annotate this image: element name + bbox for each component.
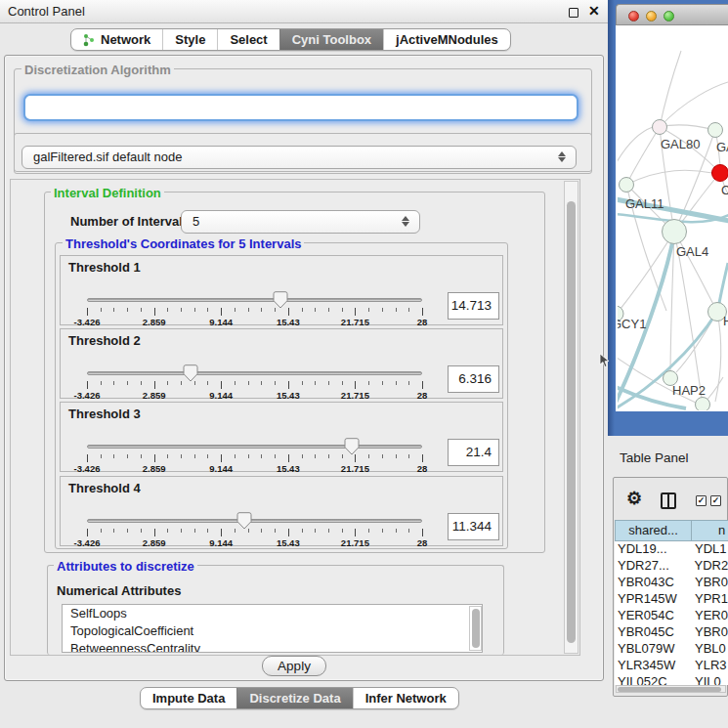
slider-thumb[interactable] (273, 291, 288, 309)
tab-select[interactable]: Select (217, 29, 278, 50)
gear-icon[interactable]: ⚙ (626, 488, 642, 509)
tick-mark (101, 308, 102, 312)
tick-labels: -3.4262.8599.14415.4321.71528 (87, 317, 422, 328)
tick-mark (207, 381, 208, 385)
tab-style[interactable]: Style (162, 29, 217, 50)
table-row[interactable]: YLR345WYLR3 (615, 658, 728, 674)
tick-mark (141, 308, 142, 312)
tick-mark (408, 529, 409, 533)
tick-mark (261, 308, 262, 312)
network-node[interactable] (663, 220, 687, 244)
attribute-item[interactable]: BetweennessCentrality (63, 640, 482, 653)
tab-infer-network[interactable]: Infer Network (353, 688, 458, 708)
stepper-arrows-icon[interactable] (402, 215, 410, 228)
slider-thumb[interactable] (344, 438, 360, 455)
network-node[interactable] (653, 120, 667, 135)
network-node[interactable] (620, 178, 634, 193)
table-row[interactable]: YBR045CYBR0 (615, 624, 728, 641)
tick-mark (396, 529, 397, 533)
network-node[interactable] (696, 398, 710, 411)
tick-mark (288, 454, 289, 462)
tick-mark (342, 454, 343, 458)
number-of-intervals-spinner[interactable]: 5 (181, 210, 420, 234)
table-row[interactable]: YDL19...YDL1 (615, 541, 728, 558)
tick-label: -3.426 (74, 537, 101, 548)
table-rows[interactable]: YDL19...YDL1YDR27...YDR2YBR043CYBR0YPR14… (615, 541, 728, 685)
list-scrollbar[interactable] (469, 606, 482, 651)
close-icon[interactable]: ✕ (588, 3, 600, 19)
tick-mark (355, 381, 356, 389)
checkbox-icon[interactable]: ✓ (710, 495, 721, 506)
threshold-value-field[interactable]: 14.713 (448, 292, 499, 320)
threshold-slider[interactable]: -3.4262.8599.14415.4321.71528 (87, 289, 422, 326)
tick-mark (368, 381, 369, 385)
tab-network[interactable]: Network (71, 29, 162, 50)
scrollbar-thumb[interactable] (472, 609, 480, 648)
network-node[interactable] (708, 123, 723, 138)
network-graph[interactable]: GAL80GACGAL11GAL4GCY1HHAP2 (618, 25, 728, 410)
close-traffic-light-icon[interactable] (628, 11, 639, 21)
threshold-panel: Threshold 1 -3.4262.8599.14415.4321.7152… (60, 255, 503, 325)
tick-mark (382, 308, 383, 312)
numerical-attributes-list[interactable]: SelfLoopsTopologicalCoefficientBetweenne… (62, 604, 483, 653)
attribute-item[interactable]: TopologicalCoefficient (63, 622, 482, 640)
slider-track[interactable] (87, 298, 422, 302)
tick-labels: -3.4262.8599.14415.4321.71528 (87, 463, 422, 475)
table-row[interactable]: YIL052CYIL0 (615, 674, 728, 685)
vertical-scrollbar[interactable] (564, 181, 578, 654)
network-icon (83, 33, 96, 47)
minimize-traffic-light-icon[interactable] (646, 11, 657, 21)
network-view[interactable]: GAL80GACGAL11GAL4GCY1HHAP2 (616, 25, 728, 411)
slider-thumb[interactable] (236, 512, 252, 530)
tick-mark (261, 381, 262, 385)
table-row[interactable]: YER054CYER0 (615, 608, 728, 624)
network-window-titlebar[interactable] (616, 4, 728, 25)
threshold-slider[interactable]: -3.4262.8599.14415.4321.71528 (87, 510, 422, 547)
threshold-slider[interactable]: -3.4262.8599.14415.4321.71528 (87, 436, 422, 473)
slider-thumb[interactable] (183, 364, 198, 382)
scrollbar-thumb[interactable] (618, 687, 721, 693)
threshold-value-field[interactable]: 6.316 (448, 365, 499, 393)
tab-discretize-data[interactable]: Discretize Data (236, 688, 352, 708)
slider-track[interactable] (87, 445, 422, 449)
tab-jactivemnodules[interactable]: jActiveMNodules (383, 29, 510, 50)
node-label: GCY1 (618, 317, 646, 331)
threshold-slider[interactable]: -3.4262.8599.14415.4321.71528 (87, 363, 422, 400)
table-row[interactable]: YBL079WYBL0 (615, 641, 728, 658)
algorithm-select[interactable] (23, 94, 578, 121)
scrollbar-thumb[interactable] (567, 201, 576, 643)
tick-mark (396, 381, 397, 385)
tick-mark (235, 454, 236, 458)
network-node[interactable] (712, 165, 728, 182)
threshold-value-field[interactable]: 21.4 (448, 439, 499, 466)
tick-mark (167, 308, 168, 312)
attribute-item[interactable]: SelfLoops (63, 605, 482, 622)
tick-mark (302, 381, 303, 385)
stepper-arrows-icon[interactable] (558, 150, 567, 163)
checkbox-icon[interactable]: ✓ (696, 495, 707, 506)
table-row[interactable]: YBR043CYBR0 (615, 575, 728, 591)
apply-button[interactable]: Apply (262, 656, 326, 676)
tick-label: 15.43 (277, 317, 300, 327)
tick-label: 2.859 (143, 463, 166, 474)
cell-name: YBR0 (693, 575, 728, 591)
tick-mark (207, 529, 208, 533)
table-row[interactable]: YDR27...YDR2 (615, 558, 728, 575)
slider-track[interactable] (87, 519, 422, 523)
tab-impute-data[interactable]: Impute Data (141, 688, 236, 708)
column-layout-icon[interactable] (661, 492, 676, 509)
tick-mark (127, 381, 128, 385)
tick-mark (396, 454, 397, 458)
tab-cyni-toolbox[interactable]: Cyni Toolbox (279, 29, 383, 50)
tick-mark (342, 381, 343, 385)
horizontal-scrollbar[interactable] (616, 685, 726, 693)
table-data-select[interactable]: galFiltered.sif default node (21, 146, 577, 169)
threshold-value-field[interactable]: 11.344 (448, 513, 499, 540)
table-row[interactable]: YPR145WYPR1 (615, 591, 728, 608)
tick-mark (355, 454, 356, 462)
column-header-name[interactable]: n (691, 520, 728, 541)
slider-track[interactable] (87, 371, 422, 375)
column-header-shared-name[interactable]: shared... (615, 520, 691, 541)
float-window-icon[interactable] (569, 8, 578, 18)
zoom-traffic-light-icon[interactable] (664, 11, 674, 21)
